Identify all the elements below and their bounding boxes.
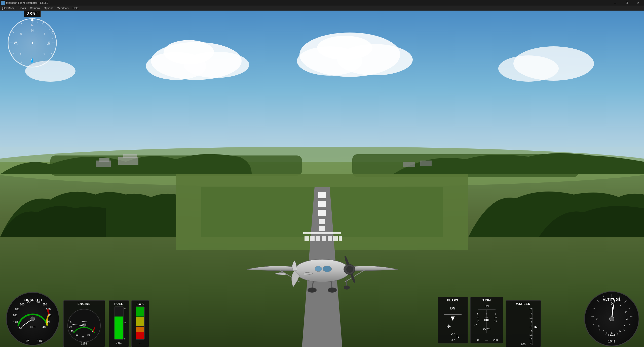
vspeed-indicator: V.SPEED 20 15 10 5 0 5 10 15 20 xyxy=(506,300,541,344)
menu-devmode[interactable]: [DevMode] xyxy=(0,6,17,11)
menu-help[interactable]: Help xyxy=(71,6,81,11)
svg-text:6: 6 xyxy=(611,331,613,334)
svg-text:10: 10 xyxy=(69,326,72,328)
svg-point-65 xyxy=(308,288,317,293)
window-title: Microsoft Flight Simulator - 1.8.3.0 xyxy=(6,1,609,4)
svg-point-48 xyxy=(164,40,214,64)
svg-text:10: 10 xyxy=(494,316,497,319)
svg-text:F: F xyxy=(124,338,126,340)
svg-text:160: 160 xyxy=(13,314,17,317)
svg-point-58 xyxy=(294,259,350,282)
svg-text:60: 60 xyxy=(47,320,50,323)
svg-text:8: 8 xyxy=(598,324,599,327)
trim-indicator: TRIM DN 5 0 5 10 — 10 15 15 UP DOWN 0 xyxy=(470,297,503,344)
svg-line-225 xyxy=(630,316,632,317)
altitude-svg: ALTITUDE FEET 0 1 2 3 4 5 6 7 8 9 xyxy=(584,289,640,346)
svg-text:15: 15 xyxy=(15,43,18,45)
compass-heading: 235° xyxy=(24,11,41,17)
svg-text:---: --- xyxy=(139,342,141,345)
svg-text:140: 140 xyxy=(13,321,18,324)
svg-text:—: — xyxy=(485,338,488,341)
svg-point-67 xyxy=(328,288,337,293)
compass-indicator xyxy=(31,18,34,21)
svg-text:15: 15 xyxy=(494,320,497,323)
svg-text:0: 0 xyxy=(477,338,479,341)
airspeed-svg: AIRSPEED KTS 120 140 160 180 200 250 300… xyxy=(5,289,60,346)
airplane-svg xyxy=(244,232,400,302)
svg-text:7: 7 xyxy=(602,329,604,332)
fuel-gauge: FUEL E ½ F 47% xyxy=(109,300,129,344)
close-button[interactable]: ✕ xyxy=(632,0,644,6)
menu-options[interactable]: Options xyxy=(42,6,55,11)
svg-text:5: 5 xyxy=(477,312,478,315)
vspeed-svg: V.SPEED 20 15 10 5 0 5 10 15 20 xyxy=(506,300,541,347)
svg-text:350: 350 xyxy=(43,303,47,306)
menu-tools[interactable]: Tools xyxy=(17,6,28,11)
svg-text:24: 24 xyxy=(31,29,34,32)
svg-text:300: 300 xyxy=(36,301,40,304)
engine-gauge: ENGINE 5 10 15 20 25 30 35 RPM x100 1151 xyxy=(63,300,104,344)
titlebar: Microsoft Flight Simulator - 1.8.3.0 — ❐… xyxy=(0,0,644,6)
svg-text:ALTITUDE: ALTITUDE xyxy=(603,298,621,301)
svg-text:½: ½ xyxy=(124,322,126,324)
fuel-svg: FUEL E ½ F 47% xyxy=(109,300,129,347)
svg-text:UP: UP xyxy=(451,332,454,335)
app-icon xyxy=(1,1,5,5)
flight-viewport: 235° xyxy=(0,11,644,347)
svg-rect-152 xyxy=(136,317,144,326)
svg-text:FUEL: FUEL xyxy=(114,302,123,306)
svg-text:1041: 1041 xyxy=(608,339,616,343)
airspeed-gauge: AIRSPEED KTS 120 140 160 180 200 250 300… xyxy=(5,289,60,344)
svg-rect-41 xyxy=(403,162,415,167)
trim-svg: TRIM DN 5 0 5 10 — 10 15 15 UP DOWN 0 xyxy=(470,297,503,343)
aoa-svg: AOA --- xyxy=(131,300,149,347)
aoa-gauge: AOA --- xyxy=(131,300,146,344)
svg-text:DN: DN xyxy=(485,304,489,307)
svg-point-54 xyxy=(498,55,559,82)
compass-dial: N E S W 24 3 33 9 21 15 38 ✈ xyxy=(7,18,57,68)
menu-camera[interactable]: Camera xyxy=(28,6,42,11)
svg-rect-153 xyxy=(136,327,144,332)
svg-text:5: 5 xyxy=(70,321,71,323)
svg-text:3: 3 xyxy=(626,317,628,320)
svg-rect-40 xyxy=(99,158,109,162)
svg-text:2: 2 xyxy=(625,310,627,313)
svg-point-69 xyxy=(344,286,350,290)
svg-text:KTS: KTS xyxy=(30,326,35,329)
svg-text:21: 21 xyxy=(19,33,22,35)
flaps-svg: FLAPS DN ✈ UP To UP xyxy=(438,297,468,343)
altitude-gauge: ALTITUDE FEET 0 1 2 3 4 5 6 7 8 9 xyxy=(584,289,639,344)
svg-text:15: 15 xyxy=(71,330,73,332)
svg-text:✈: ✈ xyxy=(30,41,34,46)
svg-text:DN: DN xyxy=(450,306,455,310)
svg-text:RPM: RPM xyxy=(82,320,87,323)
svg-rect-43 xyxy=(118,157,138,165)
svg-rect-42 xyxy=(420,161,432,166)
svg-point-71 xyxy=(346,266,353,273)
svg-text:200: 200 xyxy=(493,338,498,341)
minimize-button[interactable]: — xyxy=(609,0,621,6)
svg-text:0: 0 xyxy=(611,302,613,305)
svg-point-63 xyxy=(315,266,322,272)
svg-point-62 xyxy=(323,266,332,272)
svg-text:ENGINE: ENGINE xyxy=(78,302,91,306)
svg-text:UP: UP xyxy=(474,324,477,326)
svg-text:To: To xyxy=(456,335,460,338)
svg-text:47%: 47% xyxy=(116,342,122,345)
svg-text:30: 30 xyxy=(87,334,90,336)
svg-point-238 xyxy=(610,317,614,321)
svg-text:UP: UP xyxy=(451,338,454,341)
svg-text:20: 20 xyxy=(76,334,78,336)
svg-text:AOA: AOA xyxy=(136,302,144,306)
svg-rect-16 xyxy=(0,11,644,167)
svg-rect-185 xyxy=(506,300,541,347)
restore-button[interactable]: ❐ xyxy=(621,0,632,6)
svg-rect-142 xyxy=(115,317,123,339)
menu-windows[interactable]: Windows xyxy=(55,6,71,11)
svg-point-121 xyxy=(31,317,35,321)
flaps-indicator: FLAPS DN ✈ UP To UP xyxy=(438,297,468,344)
svg-text:40: 40 xyxy=(43,326,46,329)
svg-rect-151 xyxy=(136,307,144,317)
svg-text:1151: 1151 xyxy=(81,342,87,345)
svg-text:33: 33 xyxy=(47,43,50,45)
